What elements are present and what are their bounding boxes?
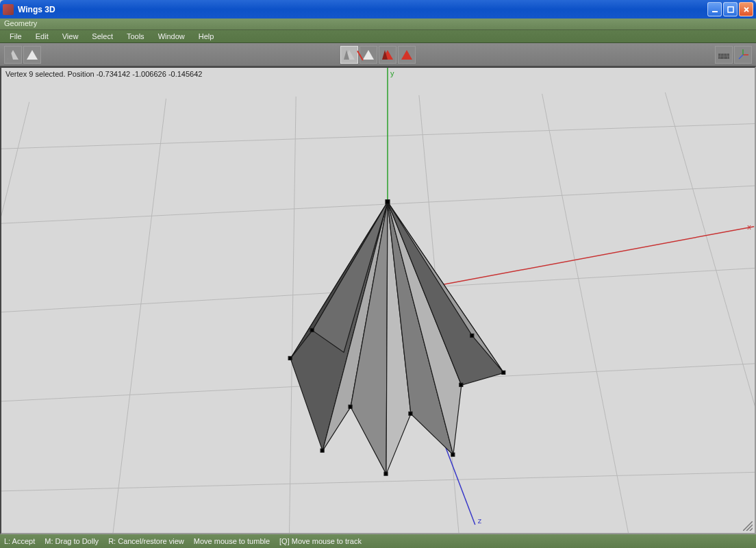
menu-file[interactable]: File <box>3 31 29 42</box>
pyramid-flat-icon <box>27 50 38 60</box>
y-axis-label: y <box>390 69 394 77</box>
maximize-button[interactable] <box>723 2 738 16</box>
shade-mode-group <box>4 46 41 64</box>
menu-bar: File Edit View Select Tools Window Help <box>0 30 756 43</box>
select-edge-button[interactable] <box>360 46 377 64</box>
close-button[interactable] <box>739 2 753 16</box>
flat-shade-button[interactable] <box>23 46 41 64</box>
hint-track: [Q] Move mouse to track <box>279 537 362 545</box>
hint-left-mouse: L: Accept <box>4 537 35 545</box>
menu-tools[interactable]: Tools <box>120 31 151 42</box>
selection-mode-group <box>340 46 416 64</box>
svg-line-13 <box>665 92 755 533</box>
z-axis-label: z <box>478 516 482 525</box>
smooth-shade-button[interactable] <box>4 46 22 64</box>
scene-canvas: x y z <box>1 68 755 533</box>
svg-rect-27 <box>349 405 352 408</box>
model-object <box>288 200 505 475</box>
pyramid-body-icon <box>401 50 412 60</box>
minimize-button[interactable] <box>707 2 722 16</box>
svg-rect-26 <box>320 449 324 452</box>
x-axis-label: x <box>747 223 751 231</box>
display-toggle-group <box>715 46 752 64</box>
resize-grip[interactable] <box>743 521 753 531</box>
svg-rect-31 <box>459 383 463 386</box>
selection-status: Vertex 9 selected. Position -0.734142 -1… <box>5 70 202 78</box>
app-icon <box>3 4 14 15</box>
ground-grid-icon <box>717 48 731 62</box>
menu-window[interactable]: Window <box>151 31 192 42</box>
viewport-3d[interactable]: Vertex 9 selected. Position -0.734142 -1… <box>0 66 756 534</box>
svg-line-9 <box>112 99 166 533</box>
svg-line-10 <box>289 97 296 533</box>
toolbar <box>0 43 756 66</box>
select-face-button[interactable] <box>379 46 396 64</box>
pyramid-vertex-icon <box>344 50 355 60</box>
pyramid-edge-icon <box>363 50 374 60</box>
svg-rect-30 <box>451 453 455 456</box>
svg-rect-33 <box>470 334 474 337</box>
svg-line-7 <box>1 471 755 492</box>
menu-select[interactable]: Select <box>85 31 120 42</box>
svg-rect-32 <box>502 371 505 374</box>
menu-help[interactable]: Help <box>192 31 221 42</box>
axes-icon <box>736 48 750 62</box>
svg-rect-0 <box>712 11 718 12</box>
svg-rect-28 <box>384 472 388 475</box>
svg-rect-25 <box>288 356 292 360</box>
svg-rect-34 <box>310 328 314 332</box>
status-bar: L: Accept M: Drag to Dolly R: Cancel/res… <box>0 534 756 548</box>
svg-line-12 <box>542 94 631 533</box>
axes-toggle-button[interactable] <box>734 46 752 64</box>
svg-rect-24 <box>386 200 390 204</box>
select-body-button[interactable] <box>398 46 416 64</box>
menu-view[interactable]: View <box>55 31 86 42</box>
svg-line-8 <box>1 102 29 533</box>
svg-line-3 <box>1 123 755 150</box>
ground-plane-button[interactable] <box>715 46 733 64</box>
select-vertex-button[interactable] <box>340 46 358 64</box>
hint-right-mouse: R: Cancel/restore view <box>108 537 184 545</box>
hint-tumble: Move mouse to tumble <box>194 537 270 545</box>
document-bar: Geometry <box>0 18 756 30</box>
pyramid-face-icon <box>382 50 393 60</box>
hint-middle-mouse: M: Drag to Dolly <box>45 537 99 545</box>
window-title: Wings 3D <box>18 5 707 14</box>
svg-rect-29 <box>409 412 412 415</box>
menu-edit[interactable]: Edit <box>29 31 55 42</box>
window-titlebar[interactable]: Wings 3D <box>0 0 756 18</box>
document-label: Geometry <box>4 19 37 27</box>
svg-rect-1 <box>728 7 733 12</box>
pyramid-shaded-icon <box>8 50 18 60</box>
